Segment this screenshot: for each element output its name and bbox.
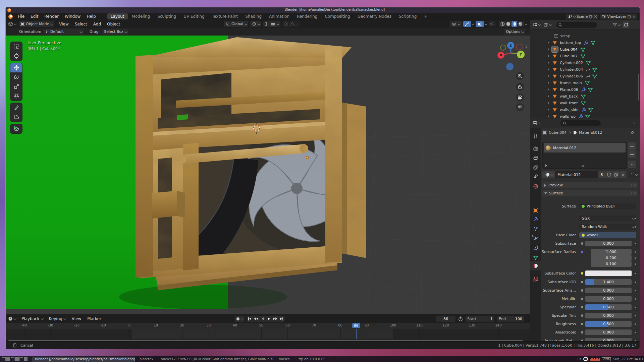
color-swatch[interactable] — [585, 270, 632, 276]
animate-property-dot[interactable] — [635, 243, 636, 244]
expand-arrow-icon[interactable] — [548, 101, 549, 105]
object-type-icon[interactable] — [551, 66, 558, 72]
tool-annotate-button[interactable] — [10, 103, 22, 112]
render-tab[interactable] — [530, 144, 541, 154]
input-socket[interactable] — [579, 288, 585, 293]
blender-menu-icon[interactable] — [8, 14, 13, 19]
outliner-object-row[interactable]: Plane.006 — [530, 86, 640, 93]
gizmo-axis-x[interactable]: X — [497, 52, 504, 59]
viewport-canvas[interactable]: User Perspective (86) 1 | Cube.004 Z X Y — [6, 36, 530, 314]
discord-icon[interactable] — [583, 357, 588, 361]
animate-property-dot[interactable] — [635, 290, 636, 291]
animate-property-dot[interactable] — [635, 332, 636, 333]
material-tab[interactable] — [530, 261, 541, 270]
outliner-scrollbar[interactable] — [638, 74, 639, 101]
vector-field[interactable]: 1.000 — [591, 249, 632, 255]
animate-property-dot[interactable] — [635, 218, 636, 219]
orthographic-toggle-button[interactable] — [516, 103, 524, 111]
prev-keyframe-button[interactable] — [253, 316, 259, 322]
expand-arrow-icon[interactable] — [548, 41, 549, 45]
vector-field[interactable]: 0.200 — [591, 255, 632, 261]
material-slot-item[interactable]: Material.012 — [544, 143, 626, 153]
output-tab[interactable] — [530, 154, 541, 163]
remove-slot-button[interactable] — [628, 150, 636, 158]
slider-roughness[interactable]: 0.500 — [585, 321, 632, 327]
object-name[interactable]: Plane.006 — [560, 87, 578, 92]
pager-icon[interactable] — [15, 357, 19, 361]
tab-geometry-nodes[interactable]: Geometry Nodes — [354, 13, 395, 19]
end-frame-field[interactable]: End100 — [497, 316, 524, 322]
show-gizmo-visibility[interactable] — [450, 21, 462, 27]
tab-texture-paint[interactable]: Texture Paint — [209, 13, 241, 19]
object-type-icon[interactable] — [551, 60, 558, 66]
proportional-edit-buttons[interactable] — [282, 21, 300, 27]
select-random-walk[interactable]: Random Walk — [579, 224, 636, 230]
new-viewlayer-icon[interactable] — [628, 15, 631, 18]
scene-tab[interactable] — [530, 172, 541, 181]
tool-rotate-button[interactable] — [10, 72, 22, 82]
pager-icon[interactable] — [6, 357, 10, 361]
timeline-menu-playback[interactable]: Playback — [18, 315, 46, 322]
list-resize-grip[interactable] — [580, 165, 585, 167]
pager-icon[interactable] — [24, 357, 28, 361]
slider-subsurface[interactable]: 0.000 — [585, 241, 632, 246]
expand-arrow-icon[interactable] — [548, 87, 549, 92]
navigation-gizmo[interactable]: Z X Y — [491, 36, 530, 76]
expand-arrow-icon[interactable] — [548, 81, 549, 85]
outliner-object-row[interactable]: wall_back — [530, 93, 640, 100]
outliner-object-row[interactable]: walls_side — [530, 106, 640, 113]
outliner-search-input[interactable] — [556, 22, 597, 28]
tab-sculpting[interactable]: Sculpting — [154, 13, 179, 19]
unlink-material-button[interactable] — [620, 171, 626, 178]
gizmo-axis-y[interactable]: Y — [517, 51, 525, 58]
clock[interactable]: Sun, 27 Oct 04:01 — [613, 357, 643, 361]
color-socket[interactable] — [579, 270, 585, 276]
tool-scale-button[interactable] — [10, 82, 22, 91]
object-type-icon[interactable] — [551, 73, 558, 79]
expand-arrow-icon[interactable] — [548, 61, 549, 65]
tool-tab[interactable] — [530, 131, 541, 141]
outliner-object-row[interactable]: Cylinder.006 — [530, 73, 640, 79]
pager-icon[interactable] — [2, 357, 6, 361]
timeline-menu-view[interactable]: View — [69, 315, 84, 322]
expand-arrow-icon[interactable] — [548, 67, 549, 72]
vector-socket[interactable] — [579, 249, 585, 255]
animate-property-dot[interactable] — [635, 282, 636, 283]
base-color-field[interactable]: wood1 — [579, 232, 636, 238]
object-type-icon[interactable] — [551, 46, 558, 52]
animate-property-dot[interactable] — [635, 273, 636, 274]
input-socket[interactable] — [579, 329, 585, 335]
menu-file[interactable]: File — [15, 13, 28, 20]
viewlayer-selector[interactable]: ViewLayer — [600, 14, 637, 19]
camera-view-button[interactable] — [516, 94, 524, 102]
menu-render[interactable]: Render — [41, 13, 62, 20]
tab-rendering[interactable]: Rendering — [293, 13, 321, 19]
animate-property-dot[interactable] — [635, 315, 636, 316]
animate-property-dot[interactable] — [635, 251, 636, 253]
timeline-menu-marker[interactable]: Marker — [84, 315, 104, 322]
tab-modeling[interactable]: Modeling — [128, 13, 154, 19]
slider-subsurface-anis-[interactable]: 0.000 — [585, 288, 632, 293]
current-frame-field[interactable]: 86 — [436, 316, 455, 322]
outliner-object-row[interactable]: wall_front — [530, 100, 640, 106]
object-name[interactable]: wall_front — [560, 101, 578, 105]
outliner-object-row[interactable]: Cylinder.004 — [530, 66, 640, 73]
tool-measure-button[interactable] — [10, 112, 22, 122]
shading-rendered-icon[interactable] — [518, 21, 523, 26]
task-button[interactable]: _ftp on 10.0.0.89 — [294, 357, 328, 362]
auto-keying-button[interactable] — [235, 316, 245, 322]
timeline-editor-type[interactable] — [8, 316, 16, 321]
input-socket[interactable] — [579, 313, 585, 318]
animate-property-dot[interactable] — [635, 257, 636, 259]
object-type-icon[interactable] — [551, 53, 558, 59]
properties-search-input[interactable] — [560, 120, 601, 126]
outliner-object-row[interactable]: bottom_top — [530, 39, 640, 46]
object-type-icon[interactable] — [551, 80, 558, 86]
options-dropdown[interactable]: Options — [504, 29, 525, 35]
gizmos-toggle[interactable] — [463, 21, 471, 27]
object-name[interactable]: Cylinder.006 — [560, 74, 583, 78]
shading-material-preview-active[interactable] — [512, 21, 517, 27]
viewlayer-name[interactable]: ViewLayer — [607, 14, 626, 19]
animate-property-dot[interactable] — [635, 263, 636, 265]
tab--[interactable]: + — [421, 13, 431, 19]
